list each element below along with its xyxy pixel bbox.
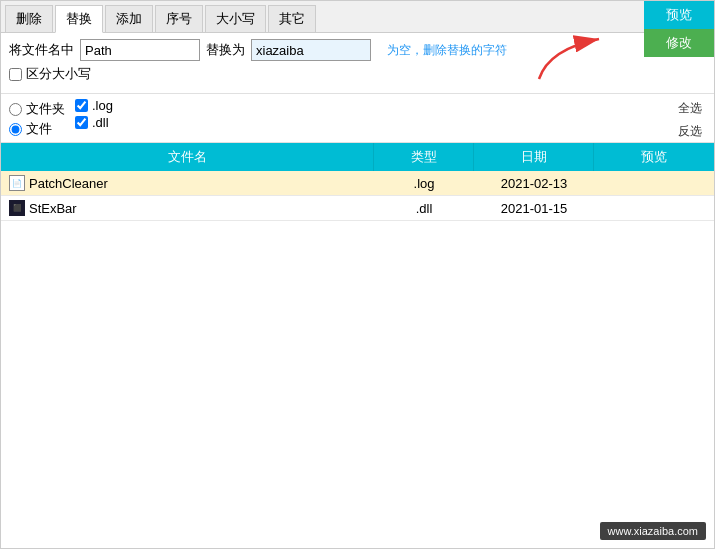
cell-type-1: .dll xyxy=(374,196,474,220)
replace-form-row: 将文件名中 替换为 为空，删除替换的字符 xyxy=(9,39,634,61)
cell-type-0: .log xyxy=(374,171,474,195)
table-row[interactable]: 📄 PatchCleaner .log 2021-02-13 xyxy=(1,171,714,196)
file-radio[interactable] xyxy=(9,123,22,136)
deselect-button[interactable]: 反选 xyxy=(674,121,706,142)
folder-radio[interactable] xyxy=(9,103,22,116)
ext-dll-label: .dll xyxy=(92,115,109,130)
file-label: 文件 xyxy=(26,120,52,138)
case-sensitive-row: 区分大小写 xyxy=(9,65,634,83)
watermark: www.xiazaiba.com xyxy=(600,522,706,540)
filename-value-1: StExBar xyxy=(29,201,77,216)
case-sensitive-label: 区分大小写 xyxy=(26,65,91,83)
ext-log-label: .log xyxy=(92,98,113,113)
filename-label: 将文件名中 xyxy=(9,41,74,59)
file-icon-log: 📄 xyxy=(9,175,25,191)
file-icon-dll: ⬛ xyxy=(9,200,25,216)
folder-radio-item: 文件夹 xyxy=(9,100,65,118)
cell-date-0: 2021-02-13 xyxy=(474,171,594,195)
file-table: 文件名 类型 日期 预览 📄 PatchCleaner .log 2021-02… xyxy=(1,143,714,549)
filename-value-0: PatchCleaner xyxy=(29,176,108,191)
table-row[interactable]: ⬛ StExBar .dll 2021-01-15 xyxy=(1,196,714,221)
ext-log-checkbox[interactable] xyxy=(75,99,88,112)
cell-preview-0 xyxy=(594,171,714,195)
folder-label: 文件夹 xyxy=(26,100,65,118)
radio-group: 文件夹 文件 xyxy=(9,98,65,138)
header-type: 类型 xyxy=(374,143,474,171)
side-buttons: 全选 反选 xyxy=(674,98,706,142)
tab-replace[interactable]: 替换 xyxy=(55,5,103,33)
file-radio-item: 文件 xyxy=(9,120,65,138)
case-sensitive-checkbox[interactable] xyxy=(9,68,22,81)
replace-as-label: 替换为 xyxy=(206,41,245,59)
cell-preview-1 xyxy=(594,196,714,220)
action-buttons: 预览 修改 xyxy=(644,1,714,57)
ext-log-item: .log xyxy=(75,98,113,113)
tab-add[interactable]: 添加 xyxy=(105,5,153,32)
modify-button[interactable]: 修改 xyxy=(644,29,714,57)
header-filename: 文件名 xyxy=(1,143,374,171)
extension-checkbox-group: .log .dll xyxy=(75,98,113,138)
preview-button[interactable]: 预览 xyxy=(644,1,714,29)
tab-delete[interactable]: 删除 xyxy=(5,5,53,32)
tab-sequence[interactable]: 序号 xyxy=(155,5,203,32)
cell-filename-0: 📄 PatchCleaner xyxy=(1,171,374,195)
header-preview: 预览 xyxy=(594,143,714,171)
filename-input[interactable] xyxy=(80,39,200,61)
form-area: 将文件名中 替换为 为空，删除替换的字符 区分大小写 xyxy=(1,33,714,94)
case-sensitive-checkbox-group: 区分大小写 xyxy=(9,65,91,83)
hint-text: 为空，删除替换的字符 xyxy=(387,42,507,59)
ext-dll-checkbox[interactable] xyxy=(75,116,88,129)
cell-date-1: 2021-01-15 xyxy=(474,196,594,220)
cell-filename-1: ⬛ StExBar xyxy=(1,196,374,220)
table-header: 文件名 类型 日期 预览 xyxy=(1,143,714,171)
tab-case[interactable]: 大小写 xyxy=(205,5,266,32)
ext-dll-item: .dll xyxy=(75,115,113,130)
tab-other[interactable]: 其它 xyxy=(268,5,316,32)
select-all-button[interactable]: 全选 xyxy=(674,98,706,119)
replace-input[interactable] xyxy=(251,39,371,61)
tab-bar: 删除 替换 添加 序号 大小写 其它 预览 修改 xyxy=(1,1,714,33)
header-date: 日期 xyxy=(474,143,594,171)
filetype-section: 文件夹 文件 .log .dll 全选 xyxy=(1,94,714,143)
